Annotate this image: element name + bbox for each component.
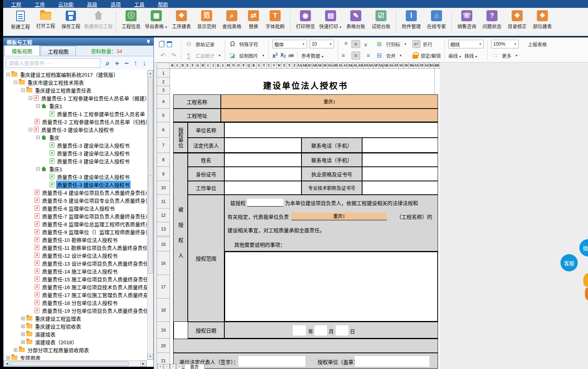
column-header[interactable]: T [262,63,267,69]
scope-notes-box[interactable] [224,251,438,322]
hscroll-thumb[interactable]: ∷ [11,361,129,366]
column-header[interactable]: AX [414,63,419,69]
tree-item[interactable]: ✗质量责任-1 工程参建单位责任人员名单（ [44,110,147,118]
row-header[interactable]: 19 [157,322,170,339]
menu-item-0[interactable]: 工程 [11,0,21,8]
align-right-icon[interactable]: ≡ [361,52,370,59]
column-header[interactable]: S [257,63,262,69]
tree-item[interactable]: ✗质量责任-3 建设单位法人授权书 [44,173,131,181]
tree-item-label[interactable]: 重庆建设工程验收表 [34,322,82,330]
column-header[interactable]: AP [374,63,379,69]
tree-item[interactable]: ✗质量责任-16 施工单位项目技术负责人质量终身责 [29,283,147,291]
tree-item[interactable]: −重庆 [36,133,61,141]
tree-item-label[interactable]: 质量责任-10 勘察单位法人授权书 [41,236,118,244]
save[interactable]: 保存工程 [58,10,83,30]
tree-item[interactable]: ✗质量责任-15 施工单位项目负责人质量终身责任承 [29,275,147,283]
draw-line-button[interactable]: 画线▼ [448,52,462,59]
tree-item-label[interactable]: 重庆建设工程质量责任表 [34,86,92,94]
tree-item-label[interactable]: 分部分项工程质量验收用表 [26,346,90,354]
row-header[interactable]: 2 [157,77,170,86]
title-cert-cell[interactable] [362,181,438,195]
tree-vscrollbar[interactable]: ▲ ≡ ▼ [147,70,153,360]
scroll-right-icon[interactable]: ▶ [141,361,146,366]
tree-item[interactable]: −重庆建设工程质量责任表 [21,86,92,94]
tab-project-view[interactable]: 工程视图 [41,46,76,56]
special-char-button[interactable]: Ω 特殊字符 [229,39,265,49]
tab-template-view[interactable]: 模板视图 [4,45,40,56]
column-header[interactable]: AK [348,63,353,69]
tree-item-label[interactable]: 渝建竣表（2018） [34,338,78,346]
day-input[interactable] [336,325,348,336]
tree-item[interactable]: +渝建竣表 [21,330,57,338]
row-header[interactable]: 10 [157,181,170,195]
tree-item[interactable]: ✗质量责任-17 施工单位施工管理负责人质量终身责 [29,291,147,299]
column-header[interactable]: Z [292,63,297,69]
column-header[interactable]: AY [419,63,424,69]
expand-node-icon[interactable]: + [14,348,17,352]
zoom-select[interactable]: 100%▼ [491,40,519,48]
sheet-tab[interactable]: 首页 [184,364,205,369]
question-icon[interactable]: ?问题状态 [479,10,505,30]
tree-item-label[interactable]: 重庆1 [48,102,63,110]
name-cell[interactable] [224,153,301,167]
tree-item[interactable]: ✗质量责任-12 设计单位法人授权书 [29,251,118,259]
tree-item-label[interactable]: 质量责任-17 施工单位施工管理负责人质量终身责 [41,291,147,299]
tree-item-label[interactable]: 质量责任-3 建设单位法人授权书 [56,149,131,157]
tree-item-label[interactable]: 质量责任-3 建设单位法人授权书 [56,181,131,189]
tree-item-label[interactable]: 质量责任-3 建设单位法人授权书 [56,157,131,165]
original-record-button[interactable]: ⊙ 原始记录 [185,39,221,49]
month-input[interactable] [314,325,327,336]
tree-item[interactable]: ✗质量责任-3 建设单位法人授权书 [44,149,131,157]
column-header[interactable]: AM [358,63,363,69]
tree-item[interactable]: ✗质量责任-5 建设单位项目专业负责人质量终身责 [29,196,147,204]
catalog-fix-icon[interactable]: ❖目录修正 [505,10,530,30]
dropdown-caret-icon[interactable]: ▼ [339,26,342,29]
column-header[interactable]: Q [246,63,251,69]
mascot-icon[interactable] [582,273,588,301]
row-header[interactable]: 18 [157,299,170,322]
info-icon[interactable]: ⓘ工程信息 [118,10,144,30]
sign-input[interactable] [239,356,305,367]
column-header[interactable]: U [267,63,272,69]
folder-open[interactable]: 打开工程 [33,10,58,29]
expand-node-icon[interactable]: + [6,356,10,360]
project-addr-cell[interactable] [221,109,438,122]
tree-item-label[interactable]: 质量责任-8 监理单位总监理工程师代表质量终身 [41,220,147,228]
erase-line-button[interactable]: 抹线▼ [464,52,478,59]
part-table-icon[interactable]: ❖部位建表 [530,10,555,30]
service-fab[interactable]: 客服 [560,254,578,271]
column-header[interactable]: AV [404,63,409,69]
collapse-node-icon[interactable]: − [36,136,40,139]
doc-new[interactable]: 新建工程 [8,10,33,30]
phone-cell-1[interactable] [362,138,438,153]
tree-item[interactable]: ✗质量责任-18 分包单位法人授权书 [29,299,118,306]
expert-icon[interactable]: ⌂在线专家 [424,10,449,30]
legal-rep-cell[interactable] [224,138,301,153]
collapse-all-icon[interactable]: − [124,59,129,67]
qual-cell[interactable] [362,167,438,181]
redo-icon[interactable]: ↷ [170,52,178,59]
tree-item-label[interactable]: 质量责任-19 分包单位项目负责人质量终身责任承 [41,306,147,315]
tree-item-label[interactable]: 质量责任-3 建设单位法人授权书 [56,141,131,149]
tree-item[interactable]: +分部分项工程质量验收用表 [14,346,90,354]
strikethrough-button[interactable]: ab [288,53,294,58]
column-header[interactable]: N [231,63,236,69]
menu-item-5[interactable]: 工具 [134,0,144,8]
column-header[interactable]: AU [399,63,404,69]
align-middle-icon[interactable]: ≡ [351,40,360,48]
column-header[interactable]: V [272,63,277,69]
row-header[interactable]: 15 [157,237,170,251]
row-header[interactable]: 13 [157,222,170,236]
tree-item-label[interactable]: 质量责任-16 施工单位项目技术负责人质量终身责 [41,283,147,291]
column-header[interactable]: Y [287,63,292,69]
sheet-corner[interactable] [157,63,170,69]
sales-icon[interactable]: ☏销售咨询 [454,10,479,30]
tree-hscrollbar[interactable]: ◀ ∷ ▶ [4,360,147,367]
tree-item-label[interactable]: 质量责任-4 建设单位项目负责人质量终身责任承 [41,188,147,197]
tree-item[interactable]: −✗质量责任-1 工程参建单位责任人员名单（报建） [29,94,147,102]
column-header[interactable]: F [190,63,196,69]
paste-icon[interactable] [167,41,172,47]
tree-item-label[interactable]: 质量责任-12 设计单位法人授权书 [41,251,118,260]
tree-item[interactable]: −✗质量责任-3 建设单位法人授权书 [29,125,115,133]
tree-item-label[interactable]: 质量责任-11 勘察单位项目负责人质量终身责任承 [41,244,147,252]
